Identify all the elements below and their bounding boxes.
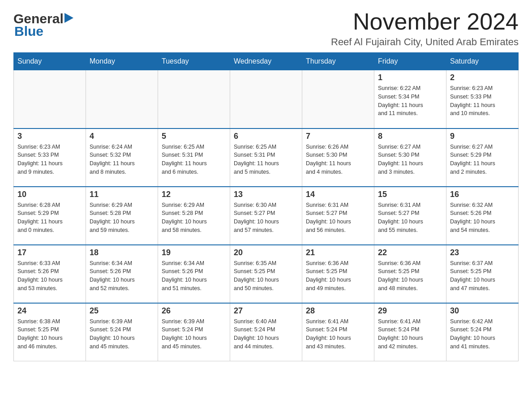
calendar-cell: 25Sunrise: 6:39 AM Sunset: 5:24 PM Dayli… — [86, 303, 158, 361]
day-number: 28 — [306, 306, 370, 316]
day-number: 12 — [162, 190, 226, 199]
calendar-cell: 27Sunrise: 6:40 AM Sunset: 5:24 PM Dayli… — [230, 303, 302, 361]
calendar-cell: 10Sunrise: 6:28 AM Sunset: 5:29 PM Dayli… — [14, 187, 86, 245]
calendar-cell — [158, 70, 230, 128]
day-info: Sunrise: 6:30 AM Sunset: 5:27 PM Dayligh… — [234, 201, 298, 235]
calendar-table: SundayMondayTuesdayWednesdayThursdayFrid… — [13, 52, 519, 361]
calendar-cell: 28Sunrise: 6:41 AM Sunset: 5:24 PM Dayli… — [302, 303, 374, 361]
day-info: Sunrise: 6:29 AM Sunset: 5:28 PM Dayligh… — [162, 201, 226, 235]
month-title: November 2024 — [331, 9, 519, 34]
day-number: 3 — [17, 132, 82, 141]
day-info: Sunrise: 6:22 AM Sunset: 5:34 PM Dayligh… — [378, 84, 442, 118]
weekday-header-saturday: Saturday — [446, 53, 519, 70]
calendar-cell: 26Sunrise: 6:39 AM Sunset: 5:24 PM Dayli… — [158, 303, 230, 361]
calendar-cell — [302, 70, 374, 128]
calendar-week-row: 17Sunrise: 6:33 AM Sunset: 5:26 PM Dayli… — [14, 245, 519, 303]
calendar-cell: 11Sunrise: 6:29 AM Sunset: 5:28 PM Dayli… — [86, 187, 158, 245]
day-number: 22 — [378, 248, 442, 257]
calendar-cell: 14Sunrise: 6:31 AM Sunset: 5:27 PM Dayli… — [302, 187, 374, 245]
day-number: 15 — [378, 190, 442, 199]
day-number: 8 — [378, 132, 442, 141]
day-info: Sunrise: 6:41 AM Sunset: 5:24 PM Dayligh… — [378, 317, 442, 351]
calendar-cell: 9Sunrise: 6:27 AM Sunset: 5:29 PM Daylig… — [446, 128, 519, 187]
day-number: 20 — [234, 248, 298, 257]
day-info: Sunrise: 6:36 AM Sunset: 5:25 PM Dayligh… — [306, 259, 370, 293]
calendar-cell: 20Sunrise: 6:35 AM Sunset: 5:25 PM Dayli… — [230, 245, 302, 303]
calendar-cell: 6Sunrise: 6:25 AM Sunset: 5:31 PM Daylig… — [230, 128, 302, 187]
day-info: Sunrise: 6:31 AM Sunset: 5:27 PM Dayligh… — [306, 201, 370, 235]
logo-blue-text: Blue — [14, 24, 43, 39]
calendar-cell: 16Sunrise: 6:32 AM Sunset: 5:26 PM Dayli… — [446, 187, 519, 245]
day-number: 9 — [450, 132, 515, 141]
day-info: Sunrise: 6:36 AM Sunset: 5:25 PM Dayligh… — [378, 259, 442, 293]
day-number: 23 — [450, 248, 515, 257]
day-number: 4 — [90, 132, 154, 141]
calendar-cell: 4Sunrise: 6:24 AM Sunset: 5:32 PM Daylig… — [86, 128, 158, 187]
day-number: 6 — [234, 132, 298, 141]
calendar-cell: 7Sunrise: 6:26 AM Sunset: 5:30 PM Daylig… — [302, 128, 374, 187]
day-info: Sunrise: 6:34 AM Sunset: 5:26 PM Dayligh… — [90, 259, 154, 293]
calendar-cell: 1Sunrise: 6:22 AM Sunset: 5:34 PM Daylig… — [374, 70, 446, 128]
calendar-cell: 21Sunrise: 6:36 AM Sunset: 5:25 PM Dayli… — [302, 245, 374, 303]
day-number: 18 — [90, 248, 154, 257]
day-number: 30 — [450, 306, 515, 316]
page-header: General Blue November 2024 Reef Al Fujai… — [13, 9, 519, 48]
calendar-cell: 3Sunrise: 6:23 AM Sunset: 5:33 PM Daylig… — [14, 128, 86, 187]
day-info: Sunrise: 6:39 AM Sunset: 5:24 PM Dayligh… — [162, 317, 226, 351]
calendar-cell: 29Sunrise: 6:41 AM Sunset: 5:24 PM Dayli… — [374, 303, 446, 361]
svg-marker-0 — [64, 13, 73, 23]
calendar-cell: 18Sunrise: 6:34 AM Sunset: 5:26 PM Dayli… — [86, 245, 158, 303]
calendar-cell: 8Sunrise: 6:27 AM Sunset: 5:30 PM Daylig… — [374, 128, 446, 187]
day-number: 14 — [306, 190, 370, 199]
calendar-week-row: 3Sunrise: 6:23 AM Sunset: 5:33 PM Daylig… — [14, 128, 519, 187]
logo-arrow-icon — [64, 13, 73, 23]
day-number: 17 — [17, 248, 82, 257]
calendar-cell: 22Sunrise: 6:36 AM Sunset: 5:25 PM Dayli… — [374, 245, 446, 303]
day-number: 24 — [17, 306, 82, 316]
weekday-header-row: SundayMondayTuesdayWednesdayThursdayFrid… — [14, 53, 519, 70]
day-number: 29 — [378, 306, 442, 316]
day-info: Sunrise: 6:25 AM Sunset: 5:31 PM Dayligh… — [234, 143, 298, 176]
calendar-cell — [86, 70, 158, 128]
calendar-cell: 17Sunrise: 6:33 AM Sunset: 5:26 PM Dayli… — [14, 245, 86, 303]
calendar-cell: 12Sunrise: 6:29 AM Sunset: 5:28 PM Dayli… — [158, 187, 230, 245]
day-info: Sunrise: 6:42 AM Sunset: 5:24 PM Dayligh… — [450, 317, 515, 351]
day-info: Sunrise: 6:24 AM Sunset: 5:32 PM Dayligh… — [90, 143, 154, 176]
day-number: 19 — [162, 248, 226, 257]
day-info: Sunrise: 6:27 AM Sunset: 5:29 PM Dayligh… — [450, 143, 515, 176]
day-info: Sunrise: 6:23 AM Sunset: 5:33 PM Dayligh… — [450, 84, 515, 118]
day-info: Sunrise: 6:31 AM Sunset: 5:27 PM Dayligh… — [378, 201, 442, 235]
weekday-header-tuesday: Tuesday — [158, 53, 230, 70]
day-info: Sunrise: 6:29 AM Sunset: 5:28 PM Dayligh… — [90, 201, 154, 235]
weekday-header-wednesday: Wednesday — [230, 53, 302, 70]
day-info: Sunrise: 6:34 AM Sunset: 5:26 PM Dayligh… — [162, 259, 226, 293]
day-number: 10 — [17, 190, 82, 199]
calendar-cell — [14, 70, 86, 128]
calendar-cell — [230, 70, 302, 128]
day-info: Sunrise: 6:26 AM Sunset: 5:30 PM Dayligh… — [306, 143, 370, 176]
day-info: Sunrise: 6:38 AM Sunset: 5:25 PM Dayligh… — [17, 317, 82, 351]
day-number: 21 — [306, 248, 370, 257]
calendar-cell: 13Sunrise: 6:30 AM Sunset: 5:27 PM Dayli… — [230, 187, 302, 245]
day-number: 25 — [90, 306, 154, 316]
day-number: 2 — [450, 73, 515, 82]
day-number: 16 — [450, 190, 515, 199]
calendar-cell: 19Sunrise: 6:34 AM Sunset: 5:26 PM Dayli… — [158, 245, 230, 303]
calendar-week-row: 1Sunrise: 6:22 AM Sunset: 5:34 PM Daylig… — [14, 70, 519, 128]
calendar-cell: 2Sunrise: 6:23 AM Sunset: 5:33 PM Daylig… — [446, 70, 519, 128]
calendar-cell: 30Sunrise: 6:42 AM Sunset: 5:24 PM Dayli… — [446, 303, 519, 361]
day-info: Sunrise: 6:39 AM Sunset: 5:24 PM Dayligh… — [90, 317, 154, 351]
day-info: Sunrise: 6:28 AM Sunset: 5:29 PM Dayligh… — [17, 201, 82, 235]
calendar-cell: 23Sunrise: 6:37 AM Sunset: 5:25 PM Dayli… — [446, 245, 519, 303]
weekday-header-sunday: Sunday — [14, 53, 86, 70]
day-info: Sunrise: 6:32 AM Sunset: 5:26 PM Dayligh… — [450, 201, 515, 235]
day-number: 13 — [234, 190, 298, 199]
calendar-cell: 5Sunrise: 6:25 AM Sunset: 5:31 PM Daylig… — [158, 128, 230, 187]
calendar-cell: 15Sunrise: 6:31 AM Sunset: 5:27 PM Dayli… — [374, 187, 446, 245]
weekday-header-monday: Monday — [86, 53, 158, 70]
weekday-header-friday: Friday — [374, 53, 446, 70]
day-number: 1 — [378, 73, 442, 82]
day-info: Sunrise: 6:25 AM Sunset: 5:31 PM Dayligh… — [162, 143, 226, 176]
calendar-cell: 24Sunrise: 6:38 AM Sunset: 5:25 PM Dayli… — [14, 303, 86, 361]
day-number: 27 — [234, 306, 298, 316]
